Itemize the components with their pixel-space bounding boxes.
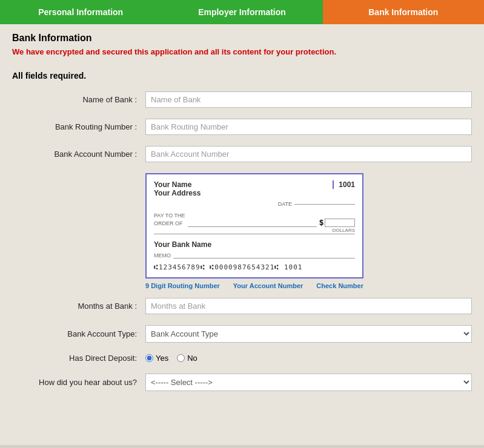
check-date-underline <box>294 204 355 205</box>
check-memo-underline <box>173 258 355 259</box>
routing-number-field <box>145 119 472 135</box>
account-number-input[interactable] <box>145 146 472 162</box>
how-hear-row: How did you hear about us? <----- Select… <box>12 374 472 391</box>
how-hear-field: <----- Select -----> <box>145 374 472 391</box>
check-memo-label: MEMO <box>154 252 171 259</box>
check-dollars-line <box>154 234 355 234</box>
routing-number-row: Bank Routing Number : <box>12 119 472 135</box>
check-your-name: Your Name <box>154 180 355 189</box>
main-content: Bank Information We have encrypted and s… <box>0 24 484 445</box>
how-hear-label: How did you hear about us? <box>12 378 145 387</box>
required-note: All fields required. <box>12 71 472 81</box>
account-type-row: Bank Account Type: Bank Account Type Che… <box>12 325 472 343</box>
direct-deposit-yes-radio[interactable] <box>145 354 153 362</box>
tab-bank[interactable]: Bank Information <box>323 0 484 24</box>
check-number: 1001 <box>333 180 355 189</box>
check-labels: 9 Digit Routing Number Your Account Numb… <box>145 282 363 289</box>
tab-employer[interactable]: Employer Information <box>161 0 322 24</box>
account-number-label: Bank Account Number : <box>12 150 145 159</box>
page-title: Bank Information <box>12 33 472 44</box>
months-at-bank-input[interactable] <box>145 298 472 314</box>
routing-number-input[interactable] <box>145 119 472 135</box>
months-at-bank-label: Months at Bank : <box>12 301 145 311</box>
check-dollar-box <box>325 219 355 227</box>
check-date-line: DATE <box>154 201 355 207</box>
direct-deposit-row: Has Direct Deposit: Yes No <box>12 354 472 363</box>
tab-bar: Personal Information Employer Informatio… <box>0 0 484 24</box>
check-dollar-sign: $ <box>319 219 323 227</box>
account-label: Your Account Number <box>233 282 303 289</box>
check-dollars-label: DOLLARS <box>333 228 355 233</box>
check-pay-label: PAY TO THE ORDER OF <box>154 212 185 227</box>
routing-number-label: Bank Routing Number : <box>12 122 145 131</box>
name-of-bank-input[interactable] <box>145 91 472 108</box>
months-at-bank-field <box>145 298 472 314</box>
direct-deposit-no-option[interactable]: No <box>177 354 197 363</box>
check-bank-name: Your Bank Name <box>154 240 355 249</box>
name-of-bank-field <box>145 91 472 108</box>
months-at-bank-row: Months at Bank : <box>12 298 472 314</box>
how-hear-select[interactable]: <----- Select -----> <box>145 374 472 391</box>
direct-deposit-yes-label: Yes <box>156 354 168 363</box>
account-type-label: Bank Account Type: <box>12 329 145 338</box>
tab-personal[interactable]: Personal Information <box>0 0 161 24</box>
account-number-row: Bank Account Number : <box>12 146 472 162</box>
name-of-bank-label: Name of Bank : <box>12 95 145 104</box>
name-of-bank-row: Name of Bank : <box>12 91 472 108</box>
direct-deposit-no-label: No <box>187 354 197 363</box>
check-micr: ⑆123456789⑆ ⑆0000987654321⑆ 1001 <box>154 263 355 271</box>
routing-label: 9 Digit Routing Number <box>145 282 220 289</box>
account-number-field <box>145 146 472 162</box>
account-type-field: Bank Account Type Checking Savings <box>145 325 472 343</box>
direct-deposit-label: Has Direct Deposit: <box>12 354 145 363</box>
direct-deposit-field: Yes No <box>145 354 472 363</box>
direct-deposit-no-radio[interactable] <box>177 354 185 362</box>
check-box: 1001 Your Name Your Address DATE PAY TO … <box>145 173 363 278</box>
account-type-select[interactable]: Bank Account Type Checking Savings <box>145 325 472 343</box>
security-message: We have encrypted and secured this appli… <box>12 47 472 56</box>
check-pay-underline <box>188 226 317 227</box>
direct-deposit-radio-group: Yes No <box>145 354 472 363</box>
check-date-label: DATE <box>278 201 292 207</box>
check-your-address: Your Address <box>154 189 355 197</box>
direct-deposit-yes-option[interactable]: Yes <box>145 354 168 363</box>
check-num-label: Check Number <box>316 282 363 289</box>
check-image-area: 1001 Your Name Your Address DATE PAY TO … <box>145 173 472 278</box>
